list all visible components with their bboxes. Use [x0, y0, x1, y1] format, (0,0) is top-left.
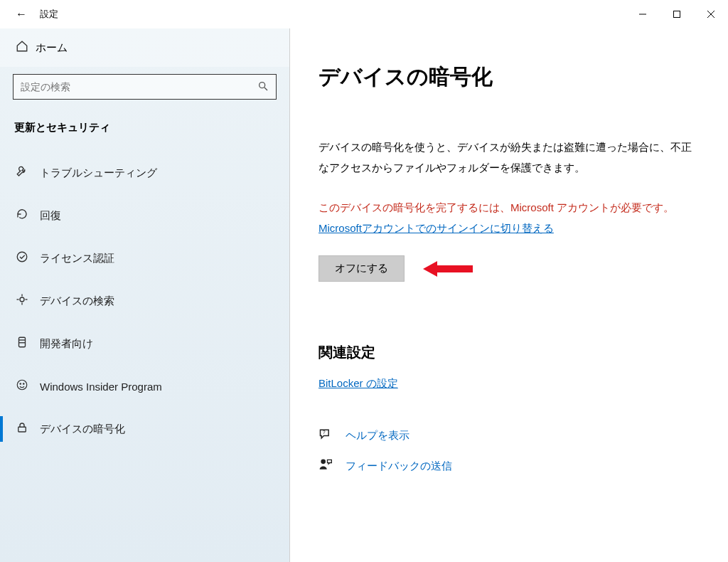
nav-label: ライセンス認証: [40, 252, 114, 265]
svg-marker-19: [423, 261, 473, 277]
svg-rect-12: [19, 337, 26, 347]
svg-point-6: [17, 252, 27, 262]
recovery-icon: [16, 208, 40, 224]
category-heading: 更新とセキュリティ: [0, 112, 289, 152]
nav-developer[interactable]: 開発者向け: [0, 322, 289, 365]
turn-off-button[interactable]: オフにする: [318, 255, 405, 282]
svg-rect-18: [18, 427, 26, 432]
encryption-description: デバイスの暗号化を使うと、デバイスが紛失または盗難に遭った場合に、不正なアクセス…: [318, 137, 700, 178]
nav-label: Windows Insider Program: [40, 381, 162, 393]
svg-point-16: [20, 383, 21, 384]
svg-point-15: [17, 380, 27, 390]
titlebar: ← 設定: [0, 0, 728, 28]
help-label: ヘルプを表示: [346, 429, 410, 442]
home-nav[interactable]: ホーム: [0, 28, 289, 67]
nav-label: 開発者向け: [40, 337, 93, 351]
svg-text:?: ?: [322, 429, 325, 435]
switch-account-link[interactable]: Microsoftアカウントでのサインインに切り替える: [318, 218, 554, 239]
annotation-arrow: [423, 259, 473, 279]
page-heading: デバイスの暗号化: [318, 63, 700, 92]
nav-troubleshoot[interactable]: トラブルシューティング: [0, 152, 289, 194]
location-icon: [16, 293, 40, 309]
check-icon: [16, 250, 40, 267]
nav-label: 回復: [40, 209, 61, 223]
sidebar: ホーム 更新とセキュリティ トラブルシューティング: [0, 28, 290, 562]
nav-label: トラブルシューティング: [40, 166, 157, 180]
main-panel: デバイスの暗号化 デバイスの暗号化を使うと、デバイスが紛失または盗難に遭った場合…: [290, 28, 728, 562]
search-box[interactable]: [13, 74, 277, 100]
help-link[interactable]: ? ヘルプを表示: [318, 427, 700, 445]
nav-label: デバイスの検索: [40, 295, 114, 308]
help-icon: ?: [318, 427, 346, 445]
nav-activation[interactable]: ライセンス認証: [0, 237, 289, 280]
minimize-button[interactable]: [626, 0, 660, 28]
nav-recovery[interactable]: 回復: [0, 194, 289, 237]
svg-point-17: [23, 383, 25, 384]
search-icon: [257, 80, 269, 94]
insider-icon: [16, 378, 40, 395]
nav-device-encryption[interactable]: デバイスの暗号化: [0, 408, 289, 450]
svg-point-21: [321, 459, 326, 464]
wrench-icon: [16, 165, 40, 181]
svg-point-7: [20, 297, 24, 302]
home-label: ホーム: [36, 41, 68, 55]
nav-find-device[interactable]: デバイスの検索: [0, 280, 289, 322]
svg-rect-1: [674, 11, 680, 18]
search-input[interactable]: [21, 81, 257, 92]
svg-point-4: [259, 82, 265, 88]
maximize-button[interactable]: [660, 0, 694, 28]
nav-label: デバイスの暗号化: [40, 423, 125, 436]
feedback-icon: [318, 457, 346, 475]
svg-line-5: [264, 88, 267, 90]
lock-icon: [16, 421, 40, 438]
feedback-link[interactable]: フィードバックの送信: [318, 457, 700, 475]
related-heading: 関連設定: [318, 343, 700, 362]
developer-icon: [16, 336, 40, 352]
nav-insider[interactable]: Windows Insider Program: [0, 365, 289, 408]
window-title: 設定: [40, 8, 58, 21]
ms-account-required: このデバイスの暗号化を完了するには、Microsoft アカウントが必要です。: [318, 198, 700, 218]
bitlocker-link[interactable]: BitLocker の設定: [318, 373, 398, 394]
home-icon: [16, 40, 36, 55]
feedback-label: フィードバックの送信: [346, 460, 452, 473]
close-button[interactable]: [694, 0, 728, 28]
back-button[interactable]: ←: [7, 8, 36, 21]
window-controls: [626, 0, 728, 28]
